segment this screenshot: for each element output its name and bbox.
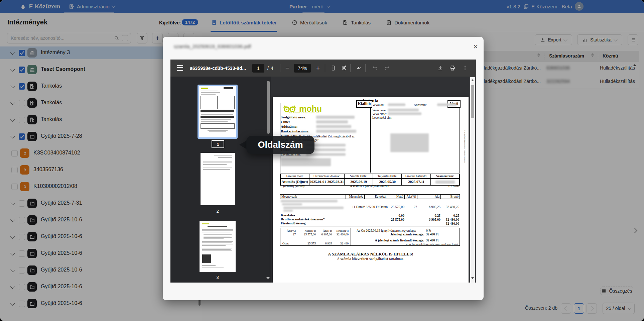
invoice-side-code: 0079 1760 1/00001 70.000:39/01 10.02/00 … — [464, 130, 466, 163]
printer-icon — [449, 65, 456, 71]
fit-page-icon — [330, 65, 337, 71]
current-label: Jelenlegi számla összege: — [367, 233, 424, 236]
pdf-viewer: a635928e-cd3b-4533-8d... 1 /4 − 74% + — [170, 60, 476, 283]
modal-title: szamla_20250619_636601036.pdf — [174, 43, 251, 49]
payment-table: Fizetési mód:Elszámolási időszak:Számla … — [280, 174, 460, 186]
download-button[interactable] — [437, 60, 443, 77]
buyer-label: Levelezési cím: — [372, 116, 392, 119]
copy-note-left: 1. (eredeti) példány — [280, 185, 305, 188]
undo-icon — [372, 65, 378, 71]
fit-page-button[interactable] — [330, 60, 337, 77]
pay-value: 2025.06.19 — [344, 179, 373, 185]
gross-total-label: Bruttó számlaérték összesen* — [281, 217, 325, 221]
issuer-label: Címe: — [281, 120, 290, 124]
pdf-main-view: Számla Kiállító Vevő mohu MOL HULLADÉKGA… — [271, 77, 476, 283]
copy-note-right: 1/2 oldal — [439, 185, 459, 188]
item-header: Mennyiség — [346, 195, 365, 199]
pay-header: Teljesítés kelte: — [373, 174, 402, 179]
thumbnail-scrollbar[interactable] — [267, 81, 270, 134]
item-header: Áfa — [417, 195, 441, 199]
copy-note-center: A számla 1 példányban készült — [326, 185, 413, 188]
issuer-tag: Kiállító — [356, 100, 372, 108]
mohu-subtitle: MOL HULLADÉKGAZDÁLKODÁSI ZRT. — [289, 112, 319, 114]
payable-line-label: A jelenlegi számla fizetendő összege: — [357, 239, 424, 242]
item-header: Megnevezés — [280, 195, 346, 199]
thumbnail-page-number-2[interactable]: 2 — [213, 209, 223, 214]
rounding-label: Kerekítés — [281, 213, 295, 217]
thumbnail-panel: 1 2 — [170, 77, 271, 283]
issuer-label: Szolgáltató neve: — [281, 115, 306, 119]
pay-value: 2025.01.01-2025.03.31 — [309, 179, 344, 185]
item-header: Áfa(%) — [405, 195, 417, 199]
payable-label: Fizetendő összeg — [281, 221, 305, 225]
pdf-scrollbar-thumb[interactable] — [471, 85, 474, 118]
thumbnail-scroll-down-icon[interactable] — [266, 277, 270, 279]
print-button[interactable] — [449, 60, 456, 77]
pay-header: Fizetési határidő: — [402, 174, 430, 179]
vat-summary: Áfa(%) Nettó(Ft) Áfa(Ft) Bruttó(Ft) 27 2… — [280, 228, 460, 246]
rotate-button[interactable] — [341, 60, 347, 77]
thumbnail-page-3[interactable] — [200, 221, 236, 272]
tooltip-arrow — [239, 140, 247, 149]
page-number-tooltip: Oldalszám — [246, 136, 314, 154]
pay-value: Átutalás (Díjnet) — [280, 179, 309, 185]
issuer-label: Bankszámlaszáma: — [281, 129, 309, 133]
invoice-footer-1: A SZÁMLA ALÁÍRÁS NÉLKÜL IS HITELES! — [273, 252, 469, 257]
pay-value-redacted — [431, 179, 460, 185]
item-gross: 32 480,25 — [446, 205, 459, 209]
qr-code — [202, 254, 211, 263]
thumbnail-page-number-1[interactable]: 1 — [212, 140, 224, 148]
current-value: 32 480 Ft — [426, 233, 438, 236]
pdf-scroll-up-icon[interactable] — [471, 79, 474, 81]
invoice-footer-2: A számla közvetített szolgáltatást tarta… — [273, 257, 469, 261]
pdf-page: Számla Kiállító Vevő mohu MOL HULLADÉKGA… — [273, 97, 469, 283]
pay-value: 2025.05.30 — [373, 179, 402, 185]
sidebar-toggle-button[interactable] — [177, 60, 183, 77]
item-net: 25 575,00 — [391, 205, 404, 209]
page-separator: / — [267, 66, 269, 71]
item-vat-pct: 27 — [414, 205, 417, 209]
more-options-button[interactable] — [462, 60, 468, 77]
item-header: Nettó — [388, 195, 405, 199]
page-input[interactable]: 1 — [252, 64, 264, 73]
rotate-icon — [341, 65, 347, 71]
item-header: Bruttó — [441, 195, 460, 199]
balance-value: 0 Ft — [426, 229, 431, 232]
owl-icon — [282, 105, 297, 113]
pen-squiggle-icon — [356, 65, 363, 71]
redacted-address-block — [390, 133, 429, 152]
redacted-block — [281, 158, 331, 166]
zoom-level[interactable]: 74% — [294, 64, 311, 73]
pdf-toolbar: a635928e-cd3b-4533-8d... 1 /4 − 74% + — [170, 60, 476, 77]
pay-header: Számlaszám: — [431, 174, 460, 179]
pay-header: Elszámolási időszak: — [309, 174, 344, 179]
pdf-scroll-down-icon[interactable] — [471, 277, 474, 279]
balance-label: Az Ön 2025.06.19-ig nyilvántartott egyen… — [357, 229, 416, 232]
buyer-label: Adószám: — [414, 103, 427, 107]
close-icon[interactable]: ✕ — [470, 41, 481, 52]
thumbnail-page-1[interactable] — [198, 85, 238, 139]
document-id: a635928e-cd3b-4533-8d... — [190, 60, 246, 77]
undo-button[interactable] — [372, 60, 378, 77]
thumbnail-page-2[interactable] — [201, 153, 235, 205]
buyer-label: Vevő címe: — [372, 112, 387, 116]
download-icon — [437, 65, 443, 71]
items-table-header: MegnevezésMennyiségEgységárNettóÁfa(%)Áf… — [280, 194, 460, 199]
redo-button[interactable] — [384, 60, 390, 77]
payable-line-value: 32 480 Ft — [426, 239, 438, 242]
pdf-modal: szamla_20250619_636601036.pdf ✕ a635928e… — [163, 37, 484, 300]
hamburger-icon — [177, 65, 183, 71]
buyer-label: Vevőkód: — [372, 103, 384, 107]
kebab-menu-icon — [462, 65, 468, 71]
zoom-out-button[interactable]: − — [285, 60, 289, 77]
page-count: 4 — [271, 66, 273, 71]
amount-in-words: azaz harminckétezer-négyszáznyolcvan for… — [406, 242, 458, 246]
app-window: E-Közüzem Adminisztráció Partner: mérő v… — [0, 0, 644, 321]
pay-header: Számla kelte: — [344, 174, 373, 179]
zoom-in-button[interactable]: + — [316, 60, 320, 77]
redo-icon — [384, 65, 390, 71]
pay-header: Fizetési mód: — [280, 174, 309, 179]
annotate-button[interactable] — [356, 60, 363, 77]
item-vat: 6 905,25 — [429, 205, 440, 209]
thumbnail-page-number-3[interactable]: 3 — [213, 275, 223, 280]
